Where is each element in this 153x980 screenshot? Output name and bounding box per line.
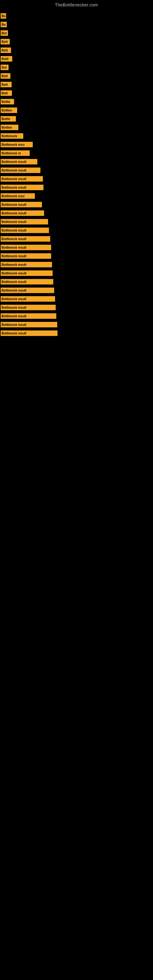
bar-row: Bottleneck result [0,183,153,192]
bar-row: Bottleneck result [0,166,153,175]
bar-label: Bottleneck resu [1,193,35,199]
bar-row: Bott [0,72,153,80]
bar-row: Bottleneck result [0,158,153,166]
bar-label: Bott [1,73,10,79]
bar-row: Bottlen [0,106,153,115]
bar-row: Bottleneck result [0,252,153,260]
bar-row: Bottleneck result [0,235,153,243]
bar-row: Bottleneck result [0,329,153,337]
bar-label: Bottleneck result [1,167,40,173]
bar-row: Bottleneck result [0,243,153,252]
bar-row: Bottleneck result [0,269,153,277]
bar-label: Bottleneck resu [1,142,33,147]
bar-label: Bottleneck result [1,245,51,250]
bar-label: Bott [1,90,12,96]
bar-label: Bo [1,22,7,27]
bar-row: Bottleneck resu [0,140,153,149]
bar-row: Bottleneck [0,132,153,140]
bar-label: Bottleneck result [1,296,55,302]
bar-label: Bottleneck re [1,150,30,156]
bar-label: Bot [1,65,9,70]
bar-row: Bo [0,12,153,20]
bar-label: Bottleneck result [1,202,42,207]
bar-row: Bottle [0,115,153,123]
bar-row: Bottleneck result [0,200,153,209]
bar-label: Bottleneck result [1,313,56,319]
bar-row: Bottleneck result [0,218,153,226]
bar-label: Bott [1,82,12,87]
bar-row: Bottle [0,97,153,106]
bar-row: Bottleneck resu [0,192,153,200]
bar-row: Bottleneck re [0,149,153,158]
bar-label: Bottleneck result [1,253,51,259]
bar-label: Bottl [1,56,12,62]
bar-row: Bott [0,89,153,97]
bar-label: Bot [1,30,8,36]
bar-row: Bottleneck result [0,303,153,312]
bars-wrapper: BoBoBotBottBottBottlBotBottBottBottBottl… [0,9,153,337]
bar-label: Bott [1,48,11,53]
bar-label: Bottleneck result [1,185,43,190]
bar-row: Bott [0,80,153,89]
bar-row: Bott [0,37,153,46]
bar-label: Bottleneck result [1,219,48,224]
bar-label: Bottleneck result [1,288,54,293]
bar-label: Bottleneck result [1,322,57,328]
bar-row: Bottleneck result [0,312,153,320]
bar-row: Bottleneck result [0,175,153,183]
bar-label: Bottleneck result [1,159,37,164]
bar-row: Bot [0,29,153,37]
bar-row: Bottlen [0,123,153,132]
bar-row: Bottleneck result [0,226,153,235]
bar-label: Bottleneck result [1,262,52,267]
bar-label: Bottleneck result [1,210,44,216]
bar-label: Bottleneck result [1,279,53,285]
bar-label: Bottleneck result [1,176,43,181]
bar-row: Bottleneck result [0,286,153,294]
bar-row: Bottleneck result [0,294,153,303]
bar-row: Bot [0,63,153,72]
bar-label: Bottlen [1,125,18,130]
bar-row: Bottleneck result [0,209,153,218]
bar-row: Bottleneck result [0,260,153,269]
bar-label: Bo [1,13,6,19]
bar-row: Bott [0,46,153,54]
bar-label: Bottleneck result [1,331,57,336]
bar-label: Bott [1,39,10,45]
bar-label: Bottle [1,116,16,122]
bar-label: Bottleneck result [1,270,53,276]
bar-row: Bo [0,20,153,29]
bar-row: Bottleneck result [0,320,153,329]
site-title: TheBottlenecker.com [0,0,153,9]
bar-label: Bottleneck [1,133,23,139]
bar-label: Bottle [1,99,14,105]
bar-label: Bottleneck result [1,305,56,310]
bar-row: Bottl [0,54,153,63]
bar-label: Bottleneck result [1,236,50,242]
bar-label: Bottleneck result [1,228,49,233]
bar-row: Bottleneck result [0,277,153,286]
bar-label: Bottlen [1,108,17,113]
